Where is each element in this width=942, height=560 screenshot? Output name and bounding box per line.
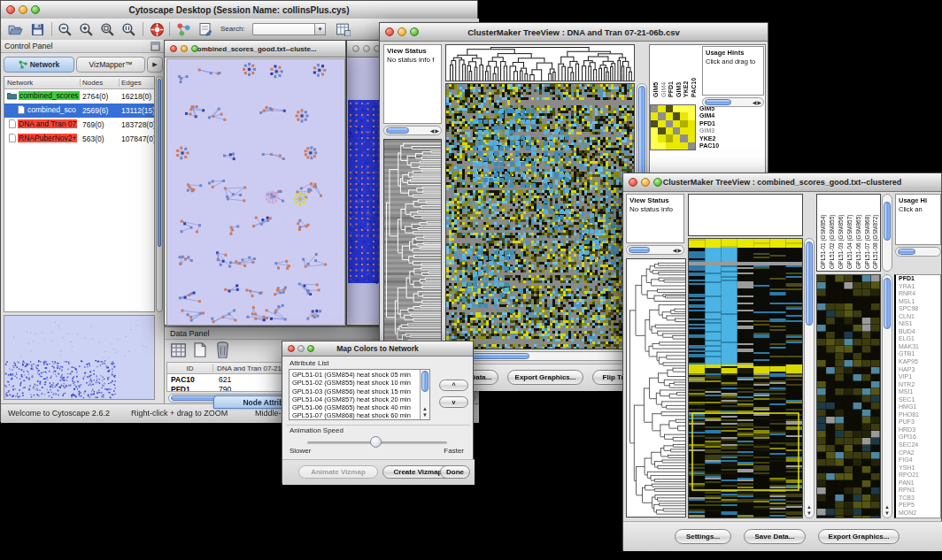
gene-label[interactable]: SEC24 (896, 441, 940, 449)
minimize-button[interactable] (641, 178, 650, 187)
tv2-pixel-scrollbar[interactable]: ▲▼ (882, 274, 892, 518)
dialog-titlebar[interactable]: Map Colors to Network (282, 341, 473, 357)
zoom-in-button[interactable] (77, 21, 95, 37)
column-header-network[interactable]: Network (4, 79, 81, 87)
close-button[interactable] (288, 345, 295, 352)
close-button[interactable] (385, 27, 394, 36)
minimize-button[interactable] (297, 345, 305, 352)
tab-vizmapper[interactable]: VizMapper™ (76, 57, 145, 73)
gene-label[interactable]: MSL1 (896, 298, 940, 306)
close-button[interactable] (629, 178, 637, 187)
column-label[interactable]: GPL51-03 (GSM856) (837, 195, 845, 269)
gene-label[interactable]: FIG4 (896, 456, 940, 464)
network-list-row[interactable]: DNA and Tran 07769(0)183728(0) (4, 118, 154, 132)
save-button[interactable] (28, 21, 46, 37)
heatmap-canvas[interactable] (446, 84, 634, 349)
tv1-titlebar[interactable]: ClusterMaker TreeView : DNA and Tran 07-… (380, 23, 768, 42)
zoom-out-button[interactable] (56, 21, 73, 37)
listbox-scrollbar[interactable]: ▲▼ (420, 370, 429, 419)
minimize-button[interactable] (363, 45, 370, 52)
slider-thumb[interactable] (370, 436, 382, 448)
scroll-arrows-icon[interactable]: ◀▶ (430, 127, 440, 134)
gene-label[interactable]: SEC1 (896, 396, 940, 404)
column-label[interactable]: PAC10 (691, 46, 699, 97)
zoom-button[interactable] (31, 5, 40, 14)
column-header-nodes[interactable]: Nodes (81, 79, 120, 87)
new-attribute-button[interactable] (193, 341, 207, 362)
column-header-id[interactable]: ID (167, 364, 213, 372)
tv2-usage-scrollbar[interactable] (895, 247, 941, 257)
scrollbar-thumb[interactable] (884, 278, 891, 329)
scroll-arrows-icon[interactable]: ▲▼ (805, 504, 814, 517)
table-import-button[interactable] (334, 21, 351, 37)
minimize-button[interactable] (398, 27, 406, 36)
tv1-zoom-matrix[interactable] (650, 104, 696, 150)
row-dendrogram-canvas[interactable] (627, 259, 685, 517)
done-button[interactable]: Done (440, 465, 470, 479)
gene-label[interactable]: GPI16 (896, 433, 940, 441)
tv2-heatmap-vscrollbar[interactable]: ▲▼ (804, 238, 815, 518)
gene-label[interactable]: GTB1 (896, 350, 940, 358)
scroll-arrows-icon[interactable]: ◀▶ (673, 246, 683, 254)
scrollbar-thumb[interactable] (705, 99, 731, 105)
zoom-fit-button[interactable] (98, 21, 116, 37)
attribute-list-item[interactable]: GPL51-04 (GSM857) heat shock 20 min (290, 395, 420, 403)
row-dendrogram-canvas[interactable] (384, 140, 441, 349)
column-label[interactable]: GIM5 (652, 46, 660, 97)
minimize-button[interactable] (181, 45, 188, 52)
gene-label[interactable]: KAP95 (896, 358, 940, 366)
gene-label[interactable]: PHO81 (896, 411, 940, 419)
gene-label[interactable]: VIP1 (896, 373, 940, 381)
neta-titlebar[interactable]: combined_scores_good.txt--cluste... (165, 41, 345, 58)
attribute-list-item[interactable]: GPL51-03 (GSM856) heat shock 15 min (290, 387, 420, 395)
tab-overflow-button[interactable]: ▶ (147, 57, 163, 73)
gene-label[interactable]: HAP3 (896, 366, 940, 374)
delete-attribute-button[interactable] (215, 341, 230, 362)
gene-label[interactable]: SPC98 (896, 305, 940, 313)
column-dendrogram-canvas[interactable] (446, 45, 634, 81)
gene-label[interactable]: RNR4 (896, 290, 940, 298)
network-graph-canvas[interactable] (167, 59, 344, 325)
gene-label[interactable]: MON2 (896, 510, 940, 518)
attribute-list-item[interactable]: GPL51-02 (GSM855) heat shock 10 min (290, 379, 420, 387)
tv2-titlebar[interactable]: ClusterMaker TreeView : combined_scores_… (623, 173, 941, 192)
zoom-button[interactable] (653, 178, 662, 187)
save-data-button[interactable]: Save Data... (744, 529, 806, 544)
tab-network[interactable]: Network (4, 57, 74, 73)
heatmap-canvas[interactable] (689, 239, 802, 518)
scrollbar-thumb[interactable] (884, 202, 891, 241)
animate-vizmap-button[interactable]: Animate Vizmap (298, 465, 378, 479)
move-up-button[interactable]: ^ (439, 380, 468, 391)
gene-label[interactable]: HMG1 (896, 403, 940, 411)
scroll-arrows-icon[interactable]: ◀▶ (753, 98, 762, 106)
scrollbar-thumb[interactable] (629, 247, 650, 253)
tv1-heatmap-hscrollbar[interactable] (445, 351, 635, 361)
gene-label[interactable]: PAN1 (896, 479, 940, 487)
tv1-status-scrollbar[interactable]: ◀▶ (383, 126, 442, 135)
column-label[interactable]: GPL51-02 (GSM855) (828, 195, 837, 269)
tv1-usage-scrollbar[interactable]: ◀▶ (702, 97, 764, 107)
gene-label[interactable]: CPA2 (896, 449, 940, 457)
close-button[interactable] (170, 45, 177, 52)
column-label[interactable]: GIM4 (660, 46, 668, 97)
open-file-button[interactable] (6, 21, 24, 37)
scrollbar-thumb[interactable] (386, 127, 409, 134)
minimize-button[interactable] (19, 5, 27, 14)
attribute-table-button[interactable] (170, 342, 187, 362)
gene-label[interactable]: PEP5 (896, 502, 940, 510)
gene-label[interactable]: TCB3 (896, 495, 940, 502)
zoom-button[interactable] (410, 27, 419, 36)
zoom-actual-button[interactable] (120, 21, 137, 37)
column-label[interactable]: GPL51-08 (GSM872) (871, 195, 880, 269)
column-label[interactable]: PFD1 (668, 46, 676, 97)
settings-button[interactable]: Settings... (675, 529, 731, 544)
gene-label[interactable]: YKE2 (699, 135, 737, 142)
scroll-arrows-icon[interactable]: ▲▼ (883, 504, 892, 517)
column-header-edges[interactable]: Edges (120, 79, 155, 87)
main-titlebar[interactable]: Cytoscape Desktop (Session Name: collins… (1, 1, 477, 19)
network-list-scrollbar[interactable] (156, 76, 163, 312)
gene-label[interactable]: PUF3 (896, 418, 940, 426)
help-button[interactable] (148, 21, 166, 37)
gene-label[interactable]: CLN1 (896, 313, 940, 321)
gene-label[interactable]: NIS1 (896, 320, 940, 328)
